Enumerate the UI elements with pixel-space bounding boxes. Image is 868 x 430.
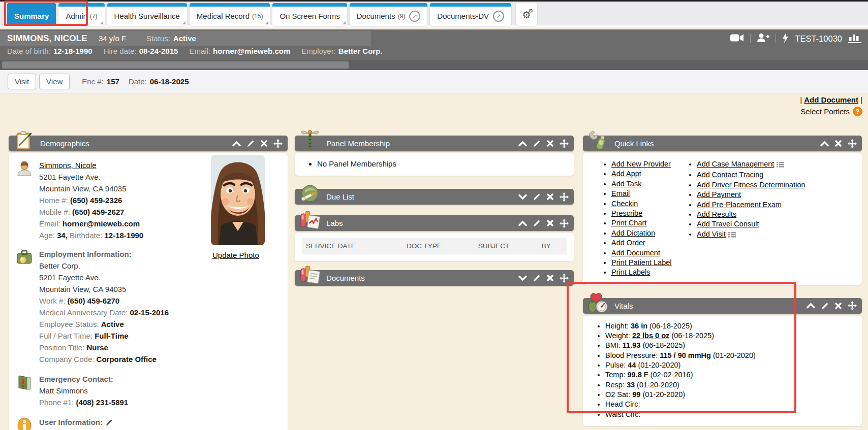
external-link-icon[interactable]: ↗ (409, 11, 420, 22)
tab-medical-record[interactable]: Medical Record(15) (190, 3, 270, 26)
move-icon[interactable] (560, 274, 569, 283)
horizontal-scrollbar[interactable] (0, 60, 868, 70)
add-person-icon[interactable] (757, 33, 769, 45)
portlet-header[interactable]: Demographics (9, 136, 288, 151)
add-document-row: | Add Document | (800, 95, 862, 104)
help-icon[interactable]: ? (853, 107, 862, 116)
quick-link[interactable]: Add Contact Tracing (697, 170, 843, 180)
quick-links-column-1: Add New Provider Add Appt Add Task Email… (583, 159, 691, 278)
quick-link[interactable]: Print Chart (611, 218, 691, 228)
quick-link[interactable]: Add Task (611, 179, 691, 189)
portlet-header[interactable]: Quick Links (583, 136, 862, 151)
portlet-tools (232, 136, 283, 151)
emergency-contact-name: Matt Simmons (39, 385, 283, 396)
encounter-date: Date:06-18-2025 (129, 77, 189, 86)
column-header[interactable]: SUBJECT (474, 238, 538, 254)
column-header[interactable]: DOC TYPE (402, 238, 474, 254)
portlet-header[interactable]: Panel Membership (295, 136, 574, 151)
column-header[interactable]: BY (538, 238, 567, 254)
quick-link[interactable]: Print Labels (611, 268, 691, 277)
collapse-icon[interactable] (518, 220, 527, 226)
list-menu-icon[interactable] (777, 160, 784, 170)
vitals-body: Height: 36 in (06-18-2025) Weight: 22 lb… (583, 316, 862, 426)
close-icon[interactable] (835, 303, 842, 309)
quick-link[interactable]: Checkin (611, 199, 691, 209)
patient-name-link[interactable]: Simmons, Nicole (39, 161, 97, 170)
view-button[interactable]: View (39, 74, 70, 89)
quick-link[interactable]: Print Patient Label (611, 258, 691, 268)
vitals-icon (587, 292, 609, 315)
quick-link[interactable]: Add Dictation (611, 228, 691, 238)
portlet-header[interactable]: Documents (295, 270, 574, 286)
close-icon[interactable] (547, 140, 553, 147)
update-photo-link[interactable]: Update Photo (212, 251, 259, 259)
portlet-header[interactable]: Vitals (583, 298, 862, 314)
quick-link[interactable]: Add Order (611, 238, 691, 248)
edit-icon[interactable] (533, 219, 541, 227)
person-icon (16, 160, 33, 177)
expand-icon[interactable] (518, 275, 527, 281)
visit-button[interactable]: Visit (8, 74, 36, 89)
select-portlets-link[interactable]: Select Portlets (800, 107, 850, 116)
tab-documents[interactable]: Documents(9)↗ (350, 3, 428, 26)
collapse-icon[interactable] (232, 141, 241, 147)
close-icon[interactable] (547, 220, 553, 226)
tab-admin[interactable]: Admin(7) (58, 3, 104, 26)
edit-icon[interactable] (533, 140, 541, 147)
scrollbar-thumb[interactable] (2, 61, 349, 69)
edit-icon[interactable] (533, 274, 541, 282)
collapse-icon[interactable] (518, 141, 527, 147)
portlet-header[interactable]: Labs (295, 215, 574, 231)
edit-icon[interactable] (247, 140, 255, 147)
quick-link[interactable]: Prescribe (611, 209, 691, 218)
vital-row-blood-pressure: Blood Pressure: 115 / 90 mmHg (01-20-202… (605, 351, 862, 360)
move-icon[interactable] (560, 219, 569, 228)
move-icon[interactable] (848, 139, 857, 148)
tab-on-screen-forms[interactable]: On Screen Forms (272, 3, 347, 26)
quick-link[interactable]: Add Visit (697, 229, 843, 240)
video-call-icon[interactable] (730, 34, 744, 44)
portlet-header[interactable]: Due List (295, 189, 574, 205)
weight-link[interactable]: 22 lbs 0 oz (632, 332, 669, 340)
portlet-tools (820, 136, 857, 151)
patient-detail-row: Date of birth:12-18-1990 Hire date:08-24… (7, 47, 382, 55)
encounter-bar: Visit View Enc #:157 Date:06-18-2025 (0, 70, 868, 93)
quick-link[interactable]: Add Travel Consult (697, 219, 843, 229)
close-icon[interactable] (547, 193, 553, 200)
move-icon[interactable] (273, 139, 283, 148)
quick-link[interactable]: Add Appt (611, 169, 691, 179)
move-icon[interactable] (560, 139, 569, 148)
quick-link[interactable]: Add Results (697, 210, 843, 219)
close-icon[interactable] (547, 275, 553, 281)
edit-icon[interactable] (533, 193, 541, 201)
tab-settings-button[interactable]: ⚙ ⚙ (516, 3, 537, 26)
quick-link[interactable]: Add Pre-Placement Exam (697, 200, 843, 210)
column-header[interactable]: SERVICE DATE (302, 238, 402, 254)
bolt-icon[interactable] (782, 32, 789, 45)
move-icon[interactable] (848, 301, 857, 310)
portlet-tools (807, 298, 857, 314)
quick-link[interactable]: Add Payment (697, 190, 843, 200)
list-menu-icon[interactable] (728, 230, 736, 240)
tab-health-surveillance[interactable]: Health Surveillance (107, 3, 187, 26)
close-icon[interactable] (261, 140, 267, 147)
quick-link[interactable]: Add Driver Fitness Determination (697, 180, 843, 190)
collapse-icon[interactable] (807, 303, 815, 309)
quick-link[interactable]: Add New Provider (611, 159, 691, 169)
move-icon[interactable] (560, 192, 569, 202)
medical-anniversary: Medical Anniversary Date: 02-15-2016 (39, 307, 283, 318)
edit-user-info-icon[interactable] (106, 419, 113, 427)
external-link-icon[interactable]: ↗ (493, 11, 504, 22)
add-document-link[interactable]: Add Document (804, 95, 858, 104)
collapse-icon[interactable] (820, 141, 829, 147)
tab-summary[interactable]: Summary (7, 3, 56, 26)
quick-link[interactable]: Email (611, 189, 691, 199)
expand-icon[interactable] (518, 194, 527, 200)
close-icon[interactable] (835, 140, 842, 147)
edit-icon[interactable] (821, 302, 829, 310)
quick-link[interactable]: Add Case Management (697, 159, 843, 170)
flowsheet-chart-icon[interactable] (848, 32, 862, 45)
patient-name-row: SIMMONS, NICOLE 34 y/o F Status: Active (0, 31, 371, 46)
quick-link[interactable]: Add Document (611, 248, 691, 258)
tab-documents-dv[interactable]: Documents-DV↗ (430, 3, 511, 26)
